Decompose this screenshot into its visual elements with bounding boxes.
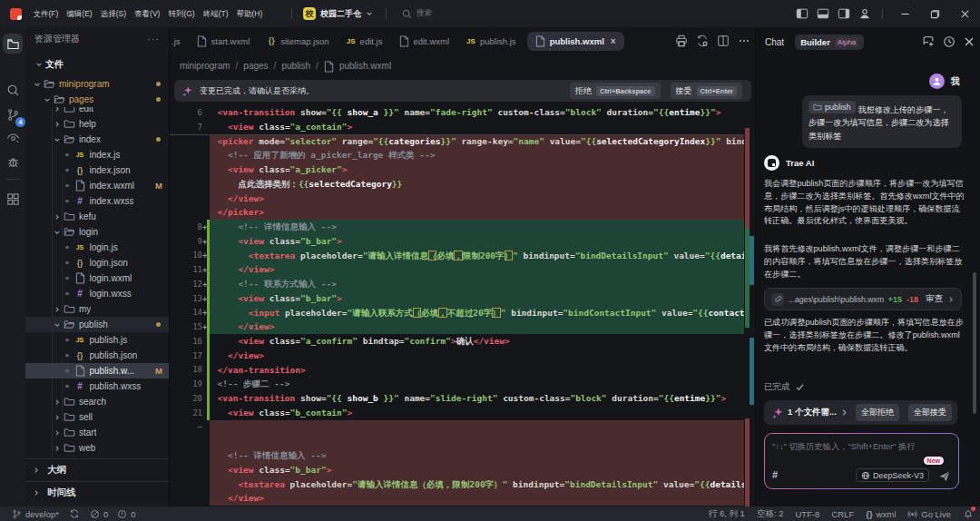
refactor-preview-icon[interactable] xyxy=(695,34,710,48)
close-tab-icon[interactable]: × xyxy=(611,36,616,46)
tree-item-publish.wxss[interactable]: #publish.wxss xyxy=(25,378,169,394)
code-line-deleted[interactable]: – xyxy=(170,420,756,435)
notifications-bell[interactable] xyxy=(963,508,974,519)
print-icon[interactable] xyxy=(674,34,689,48)
code-line[interactable]: 19<!-- 步骤二 --> xyxy=(170,377,756,391)
chevron-right-icon[interactable] xyxy=(840,408,848,417)
tab-edit.js[interactable]: JSedit.js xyxy=(338,27,391,54)
code-line-added[interactable]: 10+ <textarea placeholder="请输入详情信息（必填，限制… xyxy=(170,249,756,263)
tree-item-publish.w...[interactable]: publish.w...M xyxy=(25,363,169,378)
code-line-added[interactable]: 14+ <input placeholder="请输入联系方式（必填，不超过20… xyxy=(170,306,756,320)
code-line-deleted[interactable]: </view> xyxy=(170,192,756,206)
split-editor-icon[interactable] xyxy=(716,34,730,48)
app-logo-icon[interactable] xyxy=(10,8,22,20)
toggle-right-sidebar-button[interactable] xyxy=(833,0,854,27)
menu-item[interactable]: 转到(G) xyxy=(164,0,199,27)
changed-file-card[interactable]: ...ages\publish\publish.wxml +15 -18 审查 xyxy=(764,288,962,310)
tree-item-publish[interactable]: publish xyxy=(25,317,169,332)
code-editor[interactable]: 6<van-transition show="{{ show_a }}" nam… xyxy=(170,105,756,506)
go-live-button[interactable]: Go Live xyxy=(907,509,951,519)
menu-item[interactable]: 选择(S) xyxy=(96,0,130,27)
source-control-icon[interactable]: 4 xyxy=(3,104,23,124)
branch-indicator[interactable]: develop* xyxy=(12,509,59,519)
tree-item-publish.json[interactable]: {}publish.json xyxy=(25,348,169,363)
tree-item-login[interactable]: login xyxy=(25,224,169,240)
code-line[interactable]: 18</van-transition> xyxy=(170,363,756,378)
code-line-added[interactable]: 11+ </view> xyxy=(170,262,756,277)
tree-item-index.json[interactable]: {}index.json xyxy=(25,162,169,178)
minimize-button[interactable] xyxy=(890,0,920,27)
code-line-deleted[interactable]: <!-- 应用了新增的 a_picker_large 样式类 --> xyxy=(170,148,756,162)
chat-scrollbar[interactable] xyxy=(973,272,976,414)
hash-context-button[interactable]: # xyxy=(772,469,778,480)
code-line-deleted[interactable]: </view> xyxy=(170,491,756,506)
tab-sitemap.json[interactable]: {}sitemap.json xyxy=(258,27,337,54)
close-panel-icon[interactable] xyxy=(964,36,975,47)
history-icon[interactable] xyxy=(943,35,956,48)
context-chip[interactable]: publish xyxy=(808,101,856,113)
code-line-added[interactable]: 9+ <view class="b_bar"> xyxy=(170,234,756,249)
tree-item-login.wxss[interactable]: #login.wxss xyxy=(25,286,169,301)
menu-item[interactable]: 查看(V) xyxy=(131,0,164,27)
tree-item-index.wxss[interactable]: #index.wxss xyxy=(25,193,169,209)
breadcrumb-item[interactable]: publish xyxy=(281,61,310,71)
close-window-button[interactable] xyxy=(950,0,980,27)
tree-item-sell[interactable]: sell xyxy=(25,409,169,425)
model-selector[interactable]: DeepSeek-V3 xyxy=(856,468,929,482)
tree-item-kefu[interactable]: kefu xyxy=(25,209,169,224)
problems-indicator[interactable]: 0 0 xyxy=(90,509,136,519)
code-line-added[interactable]: 8+ <!-- 详情信息输入 --> xyxy=(170,220,756,234)
breadcrumb-item[interactable]: pages xyxy=(243,61,268,71)
code-line-added[interactable]: 13+ <view class="b_bar"> xyxy=(170,291,756,306)
menu-item[interactable]: 终端(T) xyxy=(199,0,232,27)
explorer-icon[interactable] xyxy=(3,34,23,54)
code-line-deleted[interactable]: <view class="a_picker"> xyxy=(170,162,756,177)
language-mode[interactable]: {}wxml xyxy=(866,509,896,519)
tree-section-files[interactable]: 文件 xyxy=(33,54,64,74)
project-switcher[interactable]: 校 校园二手仓 xyxy=(299,4,377,24)
restore-button[interactable] xyxy=(920,0,950,27)
tree-item-my[interactable]: my xyxy=(25,301,169,317)
code-line[interactable]: 6<van-transition show="{{ show_a }}" nam… xyxy=(170,105,756,120)
code-line-deleted[interactable]: <textarea placeholder="请输入详情信息（必填，限制200字… xyxy=(170,477,756,492)
code-line[interactable]: 7 <view class="a_contain"> xyxy=(170,120,756,134)
tree-item-help[interactable]: help xyxy=(25,116,169,132)
tree-item-pages[interactable]: pages xyxy=(25,92,169,107)
tab-edit.wxml[interactable]: edit.wxml xyxy=(390,27,457,54)
tree-item-miniprogram[interactable]: miniprogram xyxy=(25,76,169,92)
eol[interactable]: CRLF xyxy=(831,509,854,519)
code-line-added[interactable]: 15+ </view> xyxy=(170,319,756,334)
tree-item-search[interactable]: search xyxy=(25,394,169,409)
indentation[interactable]: 空格: 2 xyxy=(757,508,784,520)
tree-item-web[interactable]: web xyxy=(25,440,169,456)
chat-input[interactable]: "↑↓" 切换历史输入，"Shift+Enter" 换行 xyxy=(772,441,916,453)
review-button[interactable]: 审查 xyxy=(926,293,943,305)
tree-item-login.js[interactable]: JSlogin.js xyxy=(25,240,169,255)
tab-.js[interactable]: .js xyxy=(170,27,189,54)
tab-publish.js[interactable]: JSpublish.js xyxy=(457,27,524,54)
code-line[interactable]: 20<van-transition show="{{ show_b }}" na… xyxy=(170,391,756,406)
cursor-position[interactable]: 行 6, 列 1 xyxy=(709,508,745,520)
code-line[interactable]: 17 </view> xyxy=(170,349,756,363)
new-chat-icon[interactable] xyxy=(922,35,935,48)
menu-item[interactable]: 帮助(H) xyxy=(232,0,267,27)
tree-item-index.wxml[interactable]: index.wxmlM xyxy=(25,178,169,193)
menu-item[interactable]: 文件(F) xyxy=(29,0,63,27)
tree-item-publish.js[interactable]: JSpublish.js xyxy=(25,332,169,348)
tab-start.wxml[interactable]: start.wxml xyxy=(189,27,259,54)
builder-mode-pill[interactable]: Builder Alpha xyxy=(795,34,864,50)
send-icon[interactable] xyxy=(938,469,952,483)
accept-button[interactable]: 接受Ctrl+Enter xyxy=(671,83,742,99)
overview-ruler[interactable] xyxy=(744,105,755,506)
account-icon[interactable] xyxy=(854,0,875,27)
reject-button[interactable]: 拒绝Ctrl+Backspace xyxy=(570,83,661,99)
tab-publish.wxml[interactable]: publish.wxml× xyxy=(527,32,624,51)
toggle-left-sidebar-button[interactable] xyxy=(791,0,812,27)
code-line[interactable]: 16 <view class="a_confirm" bindtap="conf… xyxy=(170,334,756,349)
tree-item-index[interactable]: index xyxy=(25,132,169,147)
preview-eye-icon[interactable] xyxy=(3,127,23,147)
tree-item-login.wxml[interactable]: login.wxml xyxy=(25,270,169,286)
outline-section[interactable]: 大纲 xyxy=(25,458,169,480)
tree-item-index.js[interactable]: JSindex.js xyxy=(25,147,169,162)
timeline-section[interactable]: 时间线 xyxy=(25,481,169,503)
